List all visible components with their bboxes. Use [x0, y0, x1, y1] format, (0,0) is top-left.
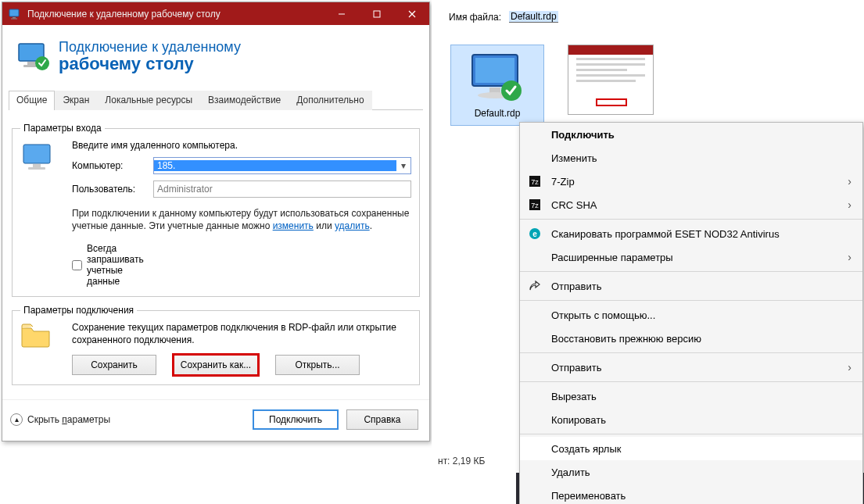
filename-label: Имя файла: — [449, 12, 501, 23]
svg-rect-0 — [9, 9, 19, 16]
tab-display[interactable]: Экран — [55, 91, 97, 110]
svg-rect-2 — [11, 18, 17, 19]
ctx-item-15[interactable]: Вырезать — [520, 384, 862, 408]
change-credentials-link[interactable]: изменить — [273, 220, 314, 231]
svg-rect-13 — [28, 167, 45, 170]
rdp-header-icon — [16, 40, 51, 74]
ctx-item-2[interactable]: 7z7-Zip› — [520, 170, 862, 193]
ctx-item-label: Переименовать — [551, 490, 851, 502]
ctx-item-label: Изменить — [551, 152, 851, 164]
delete-credentials-link[interactable]: удалить — [335, 220, 370, 231]
ctx-item-label: Копировать — [551, 414, 851, 426]
window-title: Подключение к удаленному рабочему столу — [27, 9, 324, 20]
always-ask-label: Всегда запрашивать учетные данные — [87, 243, 147, 287]
ctx-item-label: Подключить — [551, 129, 851, 141]
chevron-right-icon: › — [848, 361, 851, 374]
chevron-right-icon: › — [848, 251, 851, 263]
save-button[interactable]: Сохранить — [72, 355, 156, 375]
chevron-down-icon[interactable]: ▾ — [396, 160, 410, 171]
dialog-header: Подключение к удаленному рабочему столу — [2, 25, 429, 90]
tab-bar: Общие Экран Локальные ресурсы Взаимодейс… — [9, 90, 423, 110]
ctx-item-1[interactable]: Изменить — [520, 146, 862, 170]
connection-legend: Параметры подключения — [20, 305, 137, 316]
tab-advanced[interactable]: Дополнительно — [289, 91, 371, 110]
rdp-dialog: Подключение к удаленному рабочему столу … — [2, 2, 430, 441]
open-button[interactable]: Открыть... — [275, 355, 360, 375]
chevron-right-icon: › — [848, 198, 851, 211]
ctx-item-label: Сканировать программой ESET NOD32 Antivi… — [551, 228, 851, 240]
user-input[interactable] — [153, 181, 411, 198]
svg-rect-11 — [23, 145, 50, 163]
svg-rect-15 — [475, 58, 514, 83]
computer-label: Компьютер: — [72, 160, 147, 171]
ctx-item-label: Создать ярлык — [551, 443, 851, 455]
always-ask-row[interactable]: Всегда запрашивать учетные данные — [72, 243, 147, 287]
ctx-item-label: Восстановить прежнюю версию — [551, 333, 851, 345]
tab-local-resources[interactable]: Локальные ресурсы — [97, 91, 200, 110]
context-menu[interactable]: ПодключитьИзменить7z7-Zip›7zCRC SHA›eСка… — [519, 122, 863, 504]
eset-icon: e — [526, 227, 543, 240]
header-line2: рабочему столу — [59, 54, 241, 74]
close-button[interactable] — [394, 2, 429, 25]
ctx-item-0[interactable]: Подключить — [520, 123, 862, 146]
hide-params-toggle[interactable]: ▴ Скрыть параметры — [10, 413, 110, 426]
ctx-item-10[interactable]: Открыть с помощью... — [520, 303, 862, 327]
computer-combo[interactable]: ▾ — [153, 157, 411, 174]
maximize-button[interactable] — [359, 2, 394, 25]
ctx-item-label: 7-Zip — [551, 176, 840, 188]
svg-rect-16 — [489, 88, 500, 93]
dialog-footer: ▴ Скрыть параметры Подключить Справка — [2, 399, 429, 441]
help-button[interactable]: Справка — [346, 409, 418, 430]
folder-icon — [20, 322, 52, 349]
user-label: Пользователь: — [72, 184, 147, 195]
login-legend: Параметры входа — [20, 123, 105, 134]
save-as-button[interactable]: Сохранить как... — [174, 355, 258, 375]
ctx-item-label: Отправить — [551, 362, 840, 374]
connection-group: Параметры подключения Сохранение текущих… — [12, 305, 420, 384]
ctx-item-label: Расширенные параметры — [551, 252, 840, 263]
login-prompt: Введите имя удаленного компьютера. — [72, 140, 411, 151]
computer-input[interactable] — [154, 160, 396, 171]
always-ask-checkbox[interactable] — [72, 260, 82, 270]
ctx-item-20[interactable]: Переименовать — [520, 484, 862, 504]
ctx-item-3[interactable]: 7zCRC SHA› — [520, 193, 862, 216]
rdp-app-icon — [7, 6, 23, 22]
svg-rect-1 — [13, 17, 16, 19]
login-group: Параметры входа Введите имя удаленного к… — [12, 123, 420, 297]
computer-icon — [20, 140, 58, 177]
ctx-item-11[interactable]: Восстановить прежнюю версию — [520, 327, 862, 350]
svg-text:7z: 7z — [531, 178, 539, 186]
connection-desc: Сохранение текущих параметров подключени… — [72, 322, 411, 346]
7z-icon: 7z — [526, 175, 543, 188]
chevron-right-icon: › — [848, 175, 851, 188]
ctx-item-label: CRC SHA — [551, 199, 840, 211]
ctx-item-label: Вырезать — [551, 391, 851, 402]
ctx-item-18[interactable]: Создать ярлык — [520, 437, 862, 460]
filename-value[interactable]: Default.rdp — [509, 11, 558, 23]
minimize-button[interactable] — [324, 2, 359, 25]
ctx-item-label: Удалить — [551, 466, 851, 478]
ctx-item-5[interactable]: eСканировать программой ESET NOD32 Antiv… — [520, 222, 862, 245]
ctx-item-6[interactable]: Расширенные параметры› — [520, 245, 862, 269]
ctx-item-label: Открыть с помощью... — [551, 309, 851, 321]
screenshot-thumbnail[interactable] — [568, 45, 654, 115]
header-line1: Подключение к удаленному — [59, 39, 241, 55]
monitor-icon — [466, 50, 529, 105]
tab-general[interactable]: Общие — [9, 91, 55, 110]
7z-icon: 7z — [526, 198, 543, 211]
credentials-info: При подключении к данному компьютеру буд… — [72, 207, 411, 232]
tab-experience[interactable]: Взаимодействие — [200, 91, 289, 110]
file-caption: Default.rdp — [475, 108, 521, 119]
ctx-item-13[interactable]: Отправить› — [520, 356, 862, 379]
share-icon — [526, 280, 543, 292]
svg-text:e: e — [532, 230, 537, 238]
ctx-item-16[interactable]: Копировать — [520, 408, 862, 431]
titlebar[interactable]: Подключение к удаленному рабочему столу — [2, 2, 429, 25]
ctx-item-8[interactable]: Отправить — [520, 274, 862, 298]
file-tile-default-rdp[interactable]: Default.rdp — [450, 45, 544, 126]
ctx-item-19[interactable]: Удалить — [520, 460, 862, 484]
svg-text:7z: 7z — [531, 202, 539, 209]
svg-rect-4 — [374, 11, 380, 17]
connect-button[interactable]: Подключить — [253, 409, 339, 430]
svg-rect-8 — [27, 62, 35, 65]
